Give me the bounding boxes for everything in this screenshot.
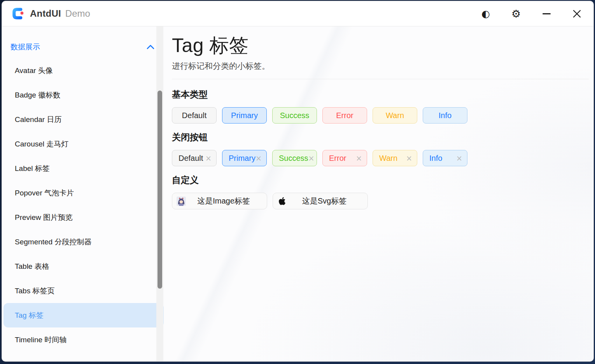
tag-default: Default — [172, 107, 217, 124]
closable-tag-primary: Primary × — [222, 150, 267, 166]
tag-close-icon[interactable]: × — [205, 155, 212, 162]
sidebar-item-label: Timeline 时间轴 — [15, 335, 66, 345]
tag-close-icon[interactable]: × — [356, 155, 362, 162]
tag-label: 这是Svg标签 — [287, 196, 362, 206]
sidebar-item-avatar[interactable]: Avatar 头像 — [4, 58, 164, 83]
page-title: Tag 标签 — [172, 35, 589, 56]
tag-success: Success — [272, 107, 317, 124]
sidebar-item-label: Badge 徽标数 — [15, 90, 60, 100]
tag-label: Info — [429, 154, 442, 163]
chevron-up-icon — [147, 45, 154, 49]
closable-tag-default: Default × — [172, 150, 217, 166]
app-title: AntdUI — [30, 8, 61, 19]
section-heading-closable: 关闭按钮 — [172, 131, 589, 143]
sidebar-group-label: 数据展示 — [10, 42, 40, 52]
sidebar-item-popover[interactable]: Popover 气泡卡片 — [4, 181, 164, 205]
app-logo-icon — [11, 7, 25, 21]
theme-toggle-button[interactable]: ◐ — [479, 7, 492, 20]
minimize-button[interactable] — [540, 7, 553, 20]
sidebar-item-calendar[interactable]: Calendar 日历 — [4, 107, 164, 132]
tag-close-icon[interactable]: × — [406, 155, 412, 162]
anime-avatar-image — [177, 197, 186, 206]
close-button[interactable] — [570, 7, 583, 20]
tag-label: Primary — [229, 154, 256, 163]
sidebar-item-label: Table 表格 — [15, 261, 49, 272]
tag-close-icon[interactable]: × — [256, 155, 262, 162]
sidebar-item-tag[interactable]: Tag 标签 — [4, 303, 164, 327]
tag-label: Warn — [386, 111, 404, 120]
sidebar-item-preview[interactable]: Preview 图片预览 — [4, 205, 164, 230]
sidebar-scrollbar-track[interactable] — [156, 26, 163, 361]
sidebar-item-timeline[interactable]: Timeline 时间轴 — [4, 327, 164, 352]
main-content: Tag 标签 进行标记和分类的小标签。 基本类型 Default Primary… — [165, 26, 593, 361]
tag-label: Info — [439, 111, 452, 120]
window-controls: ◐ ⚙ — [479, 7, 583, 20]
tag-label: Warn — [379, 154, 397, 163]
tag-label: 这是Image标签 — [186, 196, 261, 206]
tag-close-icon[interactable]: × — [308, 155, 315, 162]
theme-contrast-icon: ◐ — [481, 9, 490, 19]
tag-warn: Warn — [373, 107, 417, 124]
closable-tags-row: Default × Primary × Success × Error × Wa… — [172, 150, 589, 166]
desktop-background: AntdUI Demo ◐ ⚙ — [0, 0, 595, 364]
closable-tag-info: Info × — [423, 150, 467, 166]
tag-label: Success — [279, 154, 308, 163]
sidebar-item-tabs[interactable]: Tabs 标签页 — [4, 279, 164, 303]
page-subtitle: 进行标记和分类的小标签。 — [172, 61, 589, 71]
tag-label: Error — [329, 154, 346, 163]
sidebar-item-label: Avatar 头像 — [15, 66, 53, 76]
sidebar-group-data-display[interactable]: 数据展示 — [10, 41, 154, 53]
sidebar-nav: Avatar 头像 Badge 徽标数 Calendar 日历 Carousel… — [2, 58, 165, 352]
custom-tag-anime-avatar-image: 这是Image标签 — [172, 193, 267, 209]
sidebar-item-badge[interactable]: Badge 徽标数 — [4, 83, 164, 107]
custom-tag-apple-logo: 这是Svg标签 — [273, 193, 368, 209]
section-heading-basic: 基本类型 — [172, 89, 589, 100]
close-icon — [572, 9, 581, 18]
sidebar-item-label: Label 标签 — [15, 164, 50, 174]
closable-tag-warn: Warn × — [373, 150, 417, 166]
tag-primary: Primary — [222, 107, 267, 124]
apple-logo-icon — [278, 197, 286, 206]
sidebar-item-label: Preview 图片预览 — [15, 212, 73, 223]
sidebar-item-label: Tag 标签 — [15, 310, 44, 320]
tag-label: Error — [336, 111, 353, 120]
sidebar-item-label: Segmented 分段控制器 — [15, 237, 91, 247]
sidebar-item-segmented[interactable]: Segmented 分段控制器 — [4, 230, 164, 254]
tag-label: Default — [178, 154, 203, 163]
tag-info: Info — [423, 107, 467, 124]
divider — [172, 79, 589, 79]
sidebar-item-label: Popover 气泡卡片 — [15, 188, 74, 198]
sidebar: 数据展示 Avatar 头像 Badge 徽标数 Calendar 日历 Car… — [2, 26, 165, 361]
sidebar-item-label: Carousel 走马灯 — [15, 139, 68, 149]
basic-tags-row: Default Primary Success Error Warn Info — [172, 107, 589, 124]
custom-tags-row: 这是Image标签 这是Svg标签 — [172, 193, 589, 209]
gear-icon: ⚙ — [511, 9, 521, 19]
sidebar-item-label[interactable]: Label 标签 — [4, 156, 164, 181]
sidebar-item-carousel[interactable]: Carousel 走马灯 — [4, 132, 164, 156]
tag-label: Primary — [231, 111, 258, 120]
sidebar-scrollbar-thumb[interactable] — [158, 91, 162, 289]
closable-tag-success: Success × — [272, 150, 317, 166]
app-window: AntdUI Demo ◐ ⚙ — [2, 1, 594, 362]
tag-error: Error — [322, 107, 367, 124]
minimize-icon — [542, 13, 551, 14]
sidebar-item-label: Calendar 日历 — [15, 115, 61, 125]
app-body: 数据展示 Avatar 头像 Badge 徽标数 Calendar 日历 Car… — [2, 26, 593, 361]
section-heading-custom: 自定义 — [172, 174, 589, 186]
tag-close-icon[interactable]: × — [456, 155, 462, 162]
sidebar-item-table[interactable]: Table 表格 — [4, 254, 164, 279]
tag-label: Success — [280, 111, 310, 120]
sidebar-item-label: Tabs 标签页 — [15, 286, 54, 296]
settings-button[interactable]: ⚙ — [509, 7, 523, 20]
tag-label: Default — [182, 111, 206, 120]
app-title-suffix: Demo — [65, 8, 90, 19]
titlebar: AntdUI Demo ◐ ⚙ — [2, 1, 593, 26]
closable-tag-error: Error × — [322, 150, 367, 166]
